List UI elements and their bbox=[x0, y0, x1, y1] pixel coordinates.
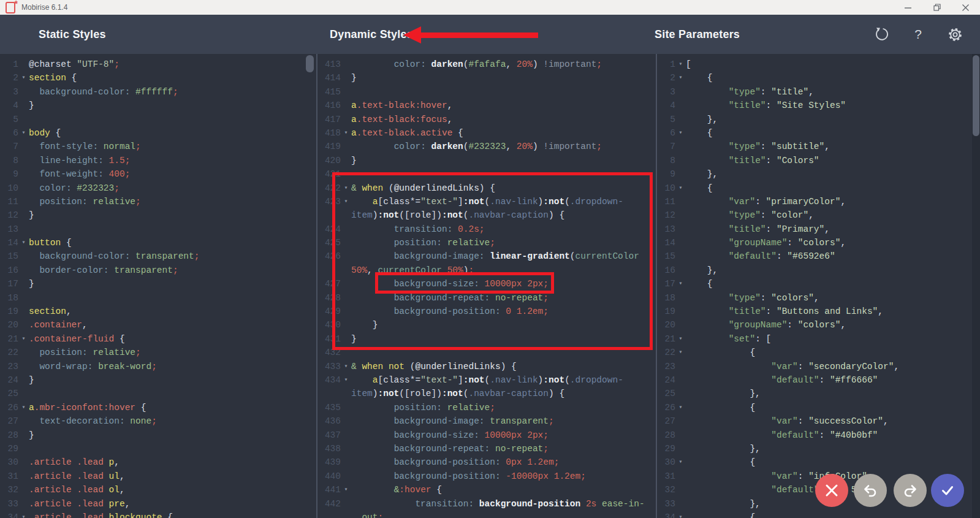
line-number: 420 bbox=[317, 154, 341, 167]
fold-spacer bbox=[18, 346, 29, 359]
code-line: 8 "title": "Colors" bbox=[657, 154, 980, 167]
code-text: font-weight: 400; bbox=[29, 167, 130, 181]
fold-arrow-icon[interactable]: ▾ bbox=[18, 401, 29, 414]
code-line: 22 position: relative; bbox=[0, 346, 316, 359]
fold-arrow-icon[interactable]: ▾ bbox=[675, 346, 686, 359]
fold-arrow-icon[interactable]: ▾ bbox=[675, 58, 686, 71]
code-line: 427 background-size: 10000px 2px; bbox=[317, 277, 656, 291]
fold-spacer bbox=[341, 511, 351, 518]
help-button[interactable]: ? bbox=[909, 25, 927, 44]
fold-arrow-icon[interactable]: ▾ bbox=[341, 195, 351, 208]
line-number: 3 bbox=[0, 85, 18, 99]
fold-arrow-icon[interactable]: ▾ bbox=[341, 181, 351, 195]
fold-arrow-icon[interactable]: ▾ bbox=[675, 71, 686, 85]
fold-arrow-icon[interactable]: ▾ bbox=[18, 71, 29, 85]
fold-arrow-icon[interactable]: ▾ bbox=[18, 236, 29, 249]
fold-arrow-icon[interactable]: ▾ bbox=[341, 373, 351, 387]
line-number: 1 bbox=[657, 58, 675, 71]
line-number: 11 bbox=[0, 195, 18, 208]
code-text: { bbox=[686, 277, 713, 291]
code-line: 22▾ { bbox=[657, 346, 980, 359]
fold-spacer bbox=[341, 442, 351, 455]
fold-spacer bbox=[18, 483, 29, 497]
fold-arrow-icon[interactable]: ▾ bbox=[675, 181, 686, 195]
fold-arrow-icon[interactable]: ▾ bbox=[675, 126, 686, 140]
code-line: 19section, bbox=[0, 305, 316, 318]
fold-spacer bbox=[341, 455, 351, 469]
line-number: 32 bbox=[0, 483, 18, 497]
fold-arrow-icon[interactable]: ▾ bbox=[675, 332, 686, 346]
fold-spacer bbox=[675, 249, 686, 263]
line-number: 425 bbox=[317, 236, 341, 249]
restore-button[interactable] bbox=[922, 0, 951, 15]
fold-arrow-icon[interactable]: ▾ bbox=[341, 126, 351, 140]
fold-arrow-icon[interactable]: ▾ bbox=[18, 511, 29, 518]
dynamic-styles-editor[interactable]: 413 color: darken(#fafafa, 20%) !importa… bbox=[317, 54, 656, 518]
static-styles-editor[interactable]: 1@charset "UTF-8";2▾section {3 backgroun… bbox=[0, 54, 316, 518]
line-number: 15 bbox=[0, 249, 18, 263]
fold-arrow-icon[interactable]: ▾ bbox=[18, 332, 29, 346]
line-number: 442 bbox=[317, 497, 341, 511]
apply-button[interactable] bbox=[931, 474, 964, 507]
site-parameters-editor[interactable]: 1▾[2▾ {3 "type": "title",4 "title": "Sit… bbox=[657, 54, 980, 518]
code-line: 12 "type": "color", bbox=[657, 208, 980, 222]
code-line: 2▾ { bbox=[657, 71, 980, 85]
fold-spacer bbox=[341, 318, 351, 332]
fold-arrow-icon[interactable]: ▾ bbox=[675, 455, 686, 469]
minimize-button[interactable] bbox=[894, 0, 922, 15]
line-number: 20 bbox=[657, 318, 675, 332]
code-line: 439 background-position: 0px 1.2em; bbox=[317, 455, 656, 469]
code-text: .container, bbox=[29, 318, 88, 332]
code-line: out; bbox=[317, 511, 656, 518]
code-line: 11 "var": "primaryColor", bbox=[657, 195, 980, 208]
refresh-button[interactable] bbox=[872, 25, 891, 44]
fold-arrow-icon[interactable]: ▾ bbox=[341, 360, 351, 373]
cancel-button[interactable] bbox=[815, 474, 848, 507]
line-number: 24 bbox=[0, 373, 18, 387]
code-line: 34▾.article .lead blockquote { bbox=[0, 511, 316, 518]
code-line: 413 color: darken(#fafafa, 20%) !importa… bbox=[317, 58, 656, 71]
code-line: 421 bbox=[317, 167, 656, 181]
fold-spacer bbox=[341, 167, 351, 181]
code-line: 415 bbox=[317, 85, 656, 99]
line-number bbox=[317, 511, 341, 518]
params-editor-scrollbar-thumb[interactable] bbox=[973, 55, 979, 136]
code-text: }, bbox=[686, 264, 718, 277]
line-number: 34 bbox=[0, 511, 18, 518]
code-line: 32.article .lead ol, bbox=[0, 483, 316, 497]
fold-spacer bbox=[18, 277, 29, 291]
close-button[interactable] bbox=[951, 0, 980, 15]
settings-button[interactable] bbox=[946, 25, 964, 44]
fold-spacer bbox=[341, 497, 351, 511]
fold-spacer bbox=[675, 387, 686, 400]
code-text: { bbox=[686, 511, 755, 518]
fold-arrow-icon[interactable]: ▾ bbox=[675, 511, 686, 518]
help-icon: ? bbox=[914, 27, 922, 42]
code-line: 414} bbox=[317, 71, 656, 85]
code-text: "type": "color", bbox=[686, 208, 814, 222]
line-number: 28 bbox=[657, 428, 675, 442]
fold-spacer bbox=[18, 140, 29, 153]
code-text: item):not([role]):not(.navbar-caption) { bbox=[351, 387, 564, 400]
line-number: 440 bbox=[317, 470, 341, 483]
close-icon bbox=[962, 4, 969, 11]
static-editor-scrollbar-thumb[interactable] bbox=[306, 55, 314, 72]
code-text: }, bbox=[686, 497, 761, 511]
redo-button[interactable] bbox=[894, 474, 927, 507]
fold-arrow-icon[interactable]: ▾ bbox=[341, 483, 351, 497]
line-number: 7 bbox=[0, 140, 18, 153]
fold-spacer bbox=[341, 99, 351, 112]
fold-spacer bbox=[341, 305, 351, 318]
fold-arrow-icon[interactable]: ▾ bbox=[675, 277, 686, 291]
code-text: & when (@underlinedLinks) { bbox=[351, 181, 495, 195]
code-text: [ bbox=[686, 58, 691, 71]
line-number: 23 bbox=[657, 360, 675, 373]
line-number: 428 bbox=[317, 291, 341, 305]
line-number: 5 bbox=[0, 113, 18, 126]
fold-arrow-icon[interactable]: ▾ bbox=[18, 126, 29, 140]
code-line: 436 background-image: transparent; bbox=[317, 414, 656, 428]
code-text: @charset "UTF-8"; bbox=[29, 58, 120, 71]
fold-arrow-icon[interactable]: ▾ bbox=[675, 401, 686, 414]
undo-button[interactable] bbox=[854, 474, 887, 507]
code-line: item):not([role]):not(.navbar-caption) { bbox=[317, 208, 656, 222]
